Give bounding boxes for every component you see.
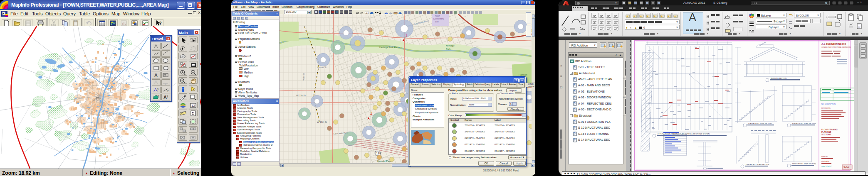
svg-text:Vicke St: Vicke St (302, 73, 305, 81)
svg-text:W 10th St: W 10th St (317, 121, 327, 123)
svg-text:PLAN AND: PLAN AND (821, 131, 831, 133)
svg-text:Heritage: Heritage (446, 44, 455, 47)
svg-text:Nash: Nash (435, 15, 440, 17)
svg-text:Harrold Park: Harrold Park (377, 160, 392, 162)
svg-text:?: ? (181, 79, 183, 83)
svg-text:199: 199 (376, 152, 381, 155)
svg-text:REVISIONS:: REVISIONS: (821, 107, 831, 109)
svg-text:Park: Park (446, 48, 451, 50)
svg-text:ELEVATOR PIT STAIR SECTION: ELEVATOR PIT STAIR SECTION (792, 123, 816, 125)
svg-text:J+L ENGINEERING INC: J+L ENGINEERING INC (821, 43, 846, 45)
svg-text:1: 1 (405, 32, 408, 37)
svg-text:Σ: Σ (192, 111, 194, 116)
svg-text:Harmon: Harmon (519, 73, 527, 76)
svg-text:W 7th St: W 7th St (296, 94, 306, 97)
svg-text:checked by:: checked by: (821, 161, 829, 162)
svg-text:2: 2 (370, 110, 373, 115)
svg-text:?: ? (157, 88, 159, 91)
svg-text:STAIR AT FULL STAIR SECTION: STAIR AT FULL STAIR SECTION (748, 123, 772, 125)
svg-text:?: ? (157, 94, 159, 98)
svg-text:?: ? (166, 95, 168, 98)
svg-text:NO. DESCRIPTION: NO. DESCRIPTION (821, 103, 836, 105)
svg-text:Heritage Park Plaza: Heritage Park Plaza (379, 46, 400, 49)
svg-text:12: 12 (191, 104, 195, 108)
svg-text:FLOOR FRAMING: FLOOR FRAMING (821, 129, 838, 131)
svg-text:Elementary: Elementary (433, 17, 444, 20)
svg-text:Kansas St: Kansas St (317, 66, 326, 68)
svg-text:?: ? (159, 21, 162, 26)
svg-text:?: ? (167, 89, 169, 93)
svg-text:SECTIONS: SECTIONS (821, 134, 831, 136)
svg-text:S-04: S-04 (843, 166, 849, 169)
svg-text:scale 1/8"=1'-0": scale 1/8"=1'-0" (821, 166, 832, 167)
svg-text:drawn by:: drawn by: (821, 156, 828, 157)
svg-text:UPSTAIR FULL STAIR SECTION: UPSTAIR FULL STAIR SECTION (746, 164, 769, 166)
svg-text:BUILDING SECTION: BUILDING SECTION (771, 77, 786, 79)
svg-text:Sch: Sch (435, 20, 439, 23)
svg-text:A: A (154, 73, 158, 78)
svg-text:CONSULTING STRUCTURAL ENGINEER: CONSULTING STRUCTURAL ENGINEERS (821, 46, 851, 48)
svg-text:REROOF FULL STAIR SECTION: REROOF FULL STAIR SECTION (792, 163, 816, 165)
